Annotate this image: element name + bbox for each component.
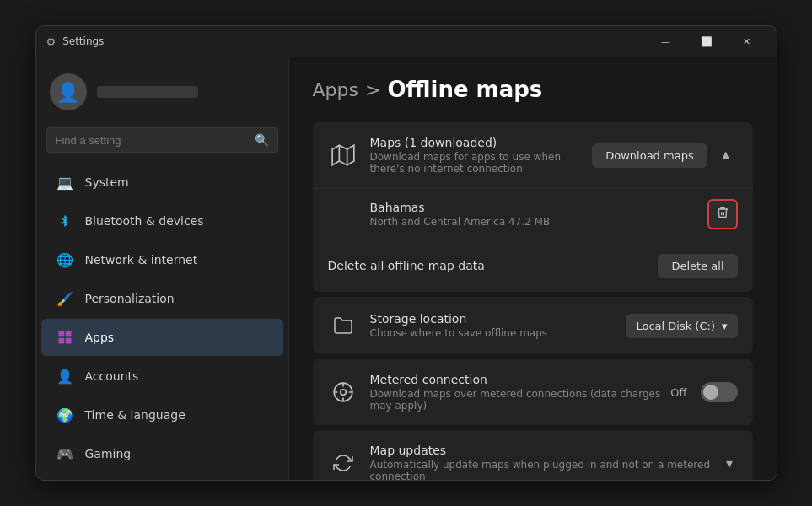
storage-subtitle: Choose where to save offline maps [370, 327, 626, 339]
system-icon: 💻 [55, 172, 75, 192]
toggle-knob [703, 385, 718, 400]
breadcrumb-parent[interactable]: Apps [313, 79, 358, 100]
username-blurred [97, 86, 198, 98]
personalization-icon: 🖌️ [55, 288, 75, 309]
download-maps-button[interactable]: Download maps [592, 143, 707, 168]
metered-toggle-label: Off [670, 386, 686, 399]
maps-title: Maps (1 downloaded) [370, 136, 593, 149]
bluetooth-icon [55, 211, 75, 231]
svg-marker-4 [332, 145, 354, 164]
sidebar-item-network[interactable]: 🌐 Network & internet [41, 241, 283, 278]
apps-icon [55, 327, 75, 347]
maps-actions: Download maps ▲ [592, 143, 737, 168]
breadcrumb: Apps > Offline maps [313, 77, 753, 102]
sidebar-item-bluetooth[interactable]: Bluetooth & devices [41, 202, 283, 240]
close-button[interactable]: ✕ [728, 29, 766, 54]
search-box[interactable]: 🔍 [46, 127, 278, 153]
map-updates-subtitle: Automatically update maps when plugged i… [370, 459, 721, 480]
svg-rect-3 [65, 338, 71, 344]
sidebar-item-time[interactable]: 🌍 Time & language [41, 396, 283, 433]
search-icon: 🔍 [255, 133, 269, 147]
storage-row: Storage location Choose where to save of… [313, 297, 753, 354]
window-content: 👤 🔍 💻 System Bluetooth & devices [36, 57, 777, 480]
metered-row: Metered connection Download maps over me… [313, 359, 753, 425]
maps-text: Maps (1 downloaded) Download maps for ap… [370, 136, 593, 175]
delete-bahamas-button[interactable] [707, 199, 738, 229]
breadcrumb-current: Offline maps [387, 77, 542, 102]
user-section: 👤 [36, 63, 288, 121]
metered-icon [328, 377, 358, 407]
storage-action: Local Disk (C:) ▾ [626, 314, 737, 338]
map-updates-row: Map updates Automatically update maps wh… [313, 430, 753, 480]
window-controls: — ⬜ ✕ [647, 29, 766, 54]
svg-rect-1 [65, 331, 71, 337]
storage-text: Storage location Choose where to save of… [370, 312, 626, 339]
map-updates-expand-button[interactable]: ▾ [721, 452, 738, 475]
maps-icon [328, 140, 358, 170]
titlebar: ⚙ Settings — ⬜ ✕ [36, 26, 777, 57]
sidebar-item-label: Bluetooth & devices [85, 214, 204, 228]
map-updates-title: Map updates [370, 444, 721, 457]
time-icon: 🌍 [55, 405, 75, 425]
settings-window: ⚙ Settings — ⬜ ✕ 👤 🔍 💻 [35, 25, 777, 481]
sidebar-item-label: Network & internet [85, 253, 198, 266]
metered-subtitle: Download maps over metered connections (… [370, 388, 671, 412]
bahamas-row: Bahamas North and Central America 47.2 M… [313, 189, 753, 240]
storage-icon [328, 310, 358, 341]
avatar: 👤 [50, 73, 87, 110]
metered-section-card: Metered connection Download maps over me… [313, 359, 753, 425]
sidebar-item-label: System [85, 175, 129, 189]
maps-collapse-button[interactable]: ▲ [714, 144, 738, 166]
svg-point-7 [340, 390, 346, 396]
sidebar-item-label: Gaming [85, 447, 132, 460]
gaming-icon: 🎮 [55, 444, 75, 464]
metered-toggle[interactable] [701, 382, 738, 402]
user-icon: 👤 [56, 82, 79, 103]
sidebar-item-label: Time & language [85, 408, 186, 422]
sidebar-item-system[interactable]: 💻 System [41, 164, 283, 201]
sidebar-item-accounts[interactable]: 👤 Accounts [41, 358, 283, 395]
sidebar-item-label: Accounts [85, 369, 139, 383]
sidebar: 👤 🔍 💻 System Bluetooth & devices [36, 57, 289, 480]
storage-section-card: Storage location Choose where to save of… [313, 297, 753, 354]
search-input[interactable] [56, 134, 255, 147]
delete-all-action: Delete all [658, 254, 737, 278]
trash-icon [716, 206, 729, 223]
map-updates-icon [328, 448, 358, 478]
window-title: Settings [62, 35, 104, 47]
maps-subtitle: Download maps for apps to use when there… [370, 151, 593, 175]
sidebar-item-label: Apps [85, 331, 115, 344]
network-icon: 🌐 [55, 250, 75, 270]
svg-rect-0 [58, 331, 64, 337]
bahamas-subtitle: North and Central America 47.2 MB [370, 216, 707, 228]
sidebar-item-label: Personalization [85, 292, 175, 305]
storage-title: Storage location [370, 312, 626, 326]
maps-section-card: Maps (1 downloaded) Download maps for ap… [313, 122, 753, 292]
svg-rect-2 [58, 338, 64, 344]
delete-all-button[interactable]: Delete all [658, 254, 737, 278]
sidebar-item-personalization[interactable]: 🖌️ Personalization [41, 280, 283, 317]
maximize-button[interactable]: ⬜ [687, 29, 726, 54]
sidebar-item-apps[interactable]: Apps [41, 319, 283, 356]
sidebar-item-gaming[interactable]: 🎮 Gaming [41, 435, 283, 472]
delete-all-text: Delete all offline map data [328, 259, 659, 274]
delete-all-row: Delete all offline map data Delete all [313, 240, 753, 292]
accounts-icon: 👤 [55, 366, 75, 386]
storage-dropdown[interactable]: Local Disk (C:) ▾ [626, 314, 737, 338]
breadcrumb-separator: > [365, 79, 380, 100]
maps-header-row: Maps (1 downloaded) Download maps for ap… [313, 122, 753, 189]
map-updates-card: Map updates Automatically update maps wh… [313, 430, 753, 480]
map-updates-text: Map updates Automatically update maps wh… [370, 444, 721, 480]
metered-title: Metered connection [370, 373, 671, 386]
bahamas-text: Bahamas North and Central America 47.2 M… [370, 201, 707, 228]
delete-all-label: Delete all offline map data [328, 259, 659, 272]
main-content: Apps > Offline maps Maps (1 [289, 57, 777, 480]
metered-text: Metered connection Download maps over me… [370, 373, 671, 412]
storage-dropdown-chevron: ▾ [722, 320, 728, 332]
bahamas-title: Bahamas [370, 201, 707, 214]
metered-action: Off [670, 382, 737, 402]
minimize-button[interactable]: — [647, 29, 686, 54]
storage-dropdown-label: Local Disk (C:) [636, 320, 714, 332]
map-updates-action: ▾ [721, 452, 738, 475]
